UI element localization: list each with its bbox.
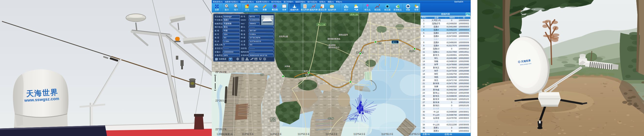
svg-text:113°52.5 E: 113°52.5 E (242, 133, 254, 136)
svg-text:22°29.0 N: 22°29.0 N (216, 71, 226, 74)
svg-text:迅隆11: 迅隆11 (364, 111, 371, 113)
svg-text:四海公园: 四海公园 (350, 13, 358, 16)
svg-text:桂湾: 桂湾 (304, 70, 308, 72)
svg-text:113°53.5 E: 113°53.5 E (298, 133, 310, 136)
svg-text:深圳金蓝湾: 深圳金蓝湾 (338, 34, 348, 36)
svg-text:月亮湾公园: 月亮湾公园 (279, 36, 288, 38)
svg-text:赤湾: 赤湾 (305, 74, 309, 76)
svg-text:赤湾港: 赤湾港 (328, 117, 334, 120)
svg-text:22°28.0 N: 22°28.0 N (216, 128, 226, 131)
svg-text:113°53.0 E: 113°53.0 E (270, 133, 282, 136)
svg-text:蛇口: 蛇口 (393, 41, 397, 44)
svg-text:国际会议中心: 国际会议中心 (328, 46, 340, 48)
svg-text:深圳明华: 深圳明华 (328, 44, 336, 46)
svg-text:水文局: 水文局 (270, 120, 276, 122)
svg-text:22°28.5 N: 22°28.5 N (216, 100, 226, 102)
svg-text:迅隆4: 迅隆4 (354, 114, 360, 116)
svg-text:迅隆贰号: 迅隆贰号 (349, 118, 357, 120)
svg-text:深圳雅诗阁美伦: 深圳雅诗阁美伦 (328, 38, 340, 40)
svg-text:113°54.0 E: 113°54.0 E (326, 133, 338, 136)
svg-text:前海: 前海 (260, 74, 264, 76)
svg-text:113°55.0 E: 113°55.0 E (381, 133, 393, 136)
svg-text:东角头: 东角头 (409, 50, 415, 52)
svg-text:1.0000(海里) E: 1.0000(海里) E (216, 133, 233, 136)
svg-text:南山公园: 南山公园 (318, 24, 325, 26)
svg-text:水湾: 水湾 (378, 42, 382, 44)
svg-text:113°55.5 E: 113°55.5 E (409, 133, 420, 136)
svg-text:大学城: 大学城 (284, 65, 290, 68)
svg-text:!: ! (416, 4, 416, 6)
svg-text:广东省: 广东省 (270, 117, 276, 120)
svg-text:113°54.5 E: 113°54.5 E (354, 133, 365, 136)
